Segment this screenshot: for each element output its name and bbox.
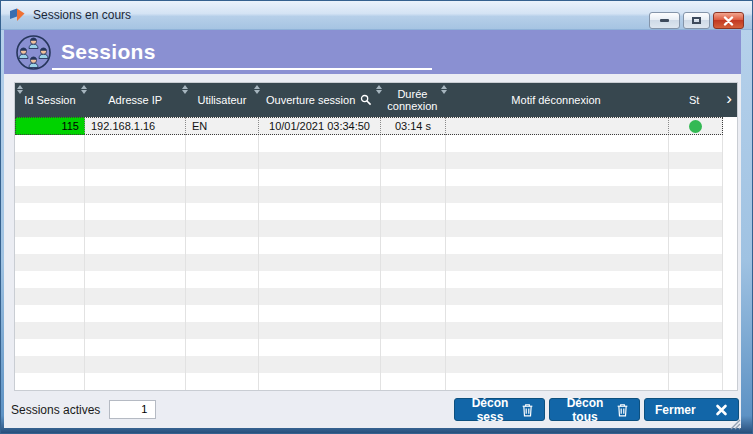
empty-cell: [446, 220, 669, 237]
empty-cell: [85, 305, 186, 322]
empty-cell: [381, 203, 446, 220]
cell-1[interactable]: 192.168.1.16: [85, 117, 186, 135]
empty-cell: [259, 169, 381, 186]
empty-cell: [85, 220, 186, 237]
empty-cell: [85, 356, 186, 373]
page-title: Sessions: [61, 40, 156, 63]
empty-cell: [15, 220, 85, 237]
empty-table-row[interactable]: [15, 220, 737, 237]
resize-grip[interactable]: [727, 416, 741, 430]
titlebar[interactable]: Sessions en cours: [1, 1, 752, 30]
sessions-actives-label: Sessions actives: [11, 403, 100, 417]
empty-cell: [259, 152, 381, 169]
cell-3[interactable]: 10/01/2021 03:34:50: [259, 117, 381, 135]
empty-cell: [446, 186, 669, 203]
row-right-gutter: [723, 373, 737, 390]
empty-cell: [15, 305, 85, 322]
search-icon[interactable]: [360, 94, 372, 106]
maximize-button[interactable]: [683, 12, 710, 29]
row-right-gutter: [723, 135, 737, 152]
empty-cell: [446, 271, 669, 288]
empty-table-row[interactable]: [15, 186, 737, 203]
sessions-actives-field[interactable]: 1: [109, 400, 156, 419]
empty-table-row[interactable]: [15, 305, 737, 322]
empty-table-row[interactable]: [15, 135, 737, 152]
trash-icon: [521, 403, 534, 417]
empty-cell: [15, 152, 85, 169]
empty-cell: [259, 186, 381, 203]
empty-cell: [186, 288, 259, 305]
column-header-0[interactable]: Id Session: [15, 83, 85, 117]
empty-cell: [381, 254, 446, 271]
decon-tous-button[interactable]: Décon tous: [549, 398, 640, 421]
more-columns-arrow[interactable]: ›: [721, 83, 737, 117]
empty-cell: [259, 322, 381, 339]
fermer-button[interactable]: Fermer: [644, 398, 739, 421]
column-header-2[interactable]: Utilisateur: [186, 83, 259, 117]
close-icon: [715, 403, 728, 417]
cell-2[interactable]: EN: [186, 117, 259, 135]
empty-table-row[interactable]: [15, 356, 737, 373]
window-title: Sessions en cours: [33, 8, 131, 22]
empty-table-row[interactable]: [15, 322, 737, 339]
window-frame: Sessions Id SessionAdresse IPUtilisateur…: [1, 30, 752, 434]
cell-0[interactable]: 115: [15, 117, 85, 135]
empty-cell: [186, 220, 259, 237]
row-right-gutter: [723, 117, 737, 135]
decon-sess-button[interactable]: Décon sess: [454, 398, 545, 421]
cell-5[interactable]: [446, 117, 669, 135]
empty-cell: [381, 152, 446, 169]
minimize-button[interactable]: [649, 12, 680, 29]
banner-title-underline: Sessions: [52, 38, 432, 70]
people-group-icon: [15, 34, 52, 71]
empty-table-row[interactable]: [15, 152, 737, 169]
empty-cell: [186, 373, 259, 390]
column-header-3[interactable]: Ouverture session: [258, 83, 380, 117]
row-right-gutter: [723, 237, 737, 254]
empty-cell: [381, 220, 446, 237]
decon-sess-label: Décon sess: [465, 396, 515, 424]
empty-cell: [446, 254, 669, 271]
column-header-5[interactable]: Motif déconnexion: [445, 83, 667, 117]
empty-table-row[interactable]: [15, 339, 737, 356]
empty-cell: [186, 305, 259, 322]
sort-indicator-icon: [182, 85, 188, 94]
empty-table-row[interactable]: [15, 203, 737, 220]
empty-cell: [85, 186, 186, 203]
empty-table-row[interactable]: [15, 254, 737, 271]
empty-cell: [669, 322, 723, 339]
empty-cell: [669, 271, 723, 288]
cell-6[interactable]: [669, 117, 723, 135]
window-controls: [649, 12, 744, 29]
empty-table-row[interactable]: [15, 271, 737, 288]
empty-table-row[interactable]: [15, 373, 737, 390]
table-body: 115192.168.1.16EN10/01/2021 03:34:5003:1…: [15, 117, 737, 390]
empty-cell: [15, 237, 85, 254]
empty-cell: [381, 339, 446, 356]
column-header-1[interactable]: Adresse IP: [85, 83, 186, 117]
empty-cell: [446, 339, 669, 356]
empty-table-row[interactable]: [15, 169, 737, 186]
empty-cell: [669, 220, 723, 237]
empty-cell: [259, 254, 381, 271]
empty-table-row[interactable]: [15, 237, 737, 254]
empty-table-row[interactable]: [15, 288, 737, 305]
empty-cell: [259, 135, 381, 152]
empty-cell: [381, 135, 446, 152]
window-sessions-en-cours: Sessions en cours: [0, 0, 753, 434]
empty-cell: [85, 254, 186, 271]
close-button[interactable]: [713, 12, 744, 29]
empty-cell: [15, 203, 85, 220]
column-header-4[interactable]: Durée connexion: [380, 83, 445, 117]
column-header-label: Ouverture session: [266, 94, 355, 106]
row-right-gutter: [723, 305, 737, 322]
empty-cell: [15, 254, 85, 271]
empty-cell: [381, 305, 446, 322]
table-row[interactable]: 115192.168.1.16EN10/01/2021 03:34:5003:1…: [15, 117, 737, 135]
column-header-label: Adresse IP: [108, 94, 162, 106]
empty-cell: [446, 169, 669, 186]
column-header-6[interactable]: St: [667, 83, 721, 117]
empty-cell: [259, 373, 381, 390]
cell-4[interactable]: 03:14 s: [381, 117, 446, 135]
empty-cell: [259, 203, 381, 220]
